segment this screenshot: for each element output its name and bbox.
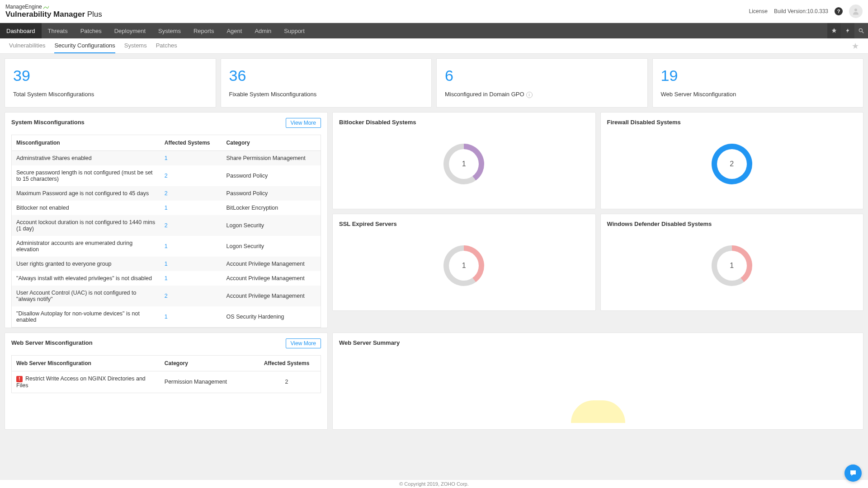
cell-category: OS Security Hardening bbox=[222, 306, 321, 328]
cell-misconfig: Account lockout duration is not configur… bbox=[12, 215, 160, 236]
svg-line-2 bbox=[862, 32, 864, 33]
view-more-button[interactable]: View More bbox=[286, 118, 321, 128]
affected-link[interactable]: 1 bbox=[165, 261, 168, 267]
subnav-patches[interactable]: Patches bbox=[156, 38, 177, 53]
subnav-security-configurations[interactable]: Security Configurations bbox=[54, 38, 115, 53]
cell-affected: 2 bbox=[160, 165, 222, 186]
col-affected: Affected Systems bbox=[160, 135, 222, 151]
favorite-star-icon[interactable]: ★ bbox=[852, 41, 859, 51]
affected-link[interactable]: 2 bbox=[165, 293, 168, 299]
stat-cards-row: 39Total System Misconfigurations36Fixabl… bbox=[5, 58, 863, 108]
donut-value: 1 bbox=[449, 251, 479, 281]
search-icon[interactable] bbox=[854, 23, 868, 38]
cell-affected: 2 bbox=[160, 286, 222, 306]
affected-link[interactable]: 1 bbox=[165, 314, 168, 320]
panel-title: Firewall Disabled Systems bbox=[607, 119, 857, 126]
affected-link[interactable]: 2 bbox=[165, 222, 168, 229]
subnav-systems[interactable]: Systems bbox=[124, 38, 147, 53]
sub-nav: VulnerabilitiesSecurity ConfigurationsSy… bbox=[0, 38, 868, 54]
subnav-vulnerabilities[interactable]: Vulnerabilities bbox=[9, 38, 45, 53]
nav-deployment[interactable]: Deployment bbox=[108, 23, 152, 38]
panel-title: SSL Expired Servers bbox=[339, 221, 589, 227]
stat-value: 39 bbox=[13, 67, 208, 84]
notifications-icon[interactable] bbox=[827, 23, 841, 38]
cell-misconfig: "Always install with elevated privileges… bbox=[12, 271, 160, 286]
topbar-right: License Build Version:10.0.333 ? bbox=[749, 5, 863, 18]
nav-support[interactable]: Support bbox=[278, 23, 311, 38]
table-row: "Disallow Autoplay for non-volume device… bbox=[12, 306, 321, 328]
build-version: Build Version:10.0.333 bbox=[774, 8, 828, 14]
system-misconfigurations-panel: System Misconfigurations View More Misco… bbox=[5, 112, 328, 328]
web-misconfig-panel: Web Server Misconfiguration View More We… bbox=[5, 333, 328, 430]
cell-misconfig: "Disallow Autoplay for non-volume device… bbox=[12, 306, 160, 328]
view-more-button[interactable]: View More bbox=[286, 338, 321, 348]
col-category: Category bbox=[160, 356, 253, 371]
nav-systems[interactable]: Systems bbox=[152, 23, 187, 38]
stat-value: 19 bbox=[661, 67, 855, 84]
panel-title: Web Server Misconfiguration bbox=[11, 339, 321, 346]
stat-card[interactable]: 39Total System Misconfigurations bbox=[5, 58, 216, 108]
nav-reports[interactable]: Reports bbox=[187, 23, 221, 38]
table-row: Secure password length is not configured… bbox=[12, 165, 321, 186]
svg-point-1 bbox=[859, 28, 862, 32]
alert-icon: ! bbox=[16, 376, 23, 382]
nav-agent[interactable]: Agent bbox=[220, 23, 248, 38]
table-row: !Restrict Write Access on NGINX Director… bbox=[12, 371, 321, 393]
summary-chart-placeholder bbox=[571, 400, 625, 423]
brand-name: ManageEngine bbox=[5, 4, 42, 10]
cell-affected: 2 bbox=[160, 186, 222, 201]
col-web-misconfig: Web Server Misconfiguration bbox=[12, 356, 160, 371]
help-icon[interactable]: ? bbox=[835, 7, 843, 15]
affected-link[interactable]: 1 bbox=[165, 155, 168, 161]
table-row: Administrator accounts are enumerated du… bbox=[12, 236, 321, 257]
cell-misconfig: Maximum Password age is not configured t… bbox=[12, 186, 160, 201]
product-logo: ManageEngine Vulnerability Manager Plus bbox=[5, 4, 102, 19]
affected-link[interactable]: 1 bbox=[165, 243, 168, 249]
col-affected: Affected Systems bbox=[253, 356, 321, 371]
nav-threats[interactable]: Threats bbox=[42, 23, 74, 38]
affected-link[interactable]: 2 bbox=[285, 379, 288, 385]
stat-card[interactable]: 6Misconfigured in Domain GPOi bbox=[436, 58, 648, 108]
stat-label: Fixable System Misconfigurations bbox=[229, 91, 424, 98]
nav-admin[interactable]: Admin bbox=[248, 23, 278, 38]
brand-swoosh-icon bbox=[43, 4, 49, 10]
web-summary-panel: Web Server Summary bbox=[332, 333, 863, 430]
cell-category: Account Privilege Management bbox=[222, 257, 321, 271]
stat-card[interactable]: 36Fixable System Misconfigurations bbox=[221, 58, 432, 108]
cell-category: Logon Security bbox=[222, 236, 321, 257]
panel-title: Windows Defender Disabled Systems bbox=[607, 221, 857, 227]
cell-affected: 1 bbox=[160, 201, 222, 215]
affected-link[interactable]: 1 bbox=[165, 205, 168, 211]
stat-label: Misconfigured in Domain GPOi bbox=[445, 91, 639, 98]
stat-value: 36 bbox=[229, 67, 424, 84]
cell-misconfig: Bitlocker not enabled bbox=[12, 201, 160, 215]
cell-affected: 1 bbox=[160, 271, 222, 286]
stat-label: Total System Misconfigurations bbox=[13, 91, 208, 98]
affected-link[interactable]: 2 bbox=[165, 173, 168, 179]
defender-donut: 1 bbox=[712, 245, 752, 286]
svg-point-0 bbox=[854, 9, 857, 11]
license-link[interactable]: License bbox=[749, 8, 768, 14]
donut-value: 2 bbox=[717, 149, 747, 179]
cell-web-misconfig: !Restrict Write Access on NGINX Director… bbox=[12, 371, 160, 393]
cell-category: Account Privilege Management bbox=[222, 286, 321, 306]
table-row: "Always install with elevated privileges… bbox=[12, 271, 321, 286]
cell-affected: 1 bbox=[160, 306, 222, 328]
cell-misconfig: Administrator accounts are enumerated du… bbox=[12, 236, 160, 257]
top-bar: ManageEngine Vulnerability Manager Plus … bbox=[0, 0, 868, 23]
cell-category: Share Permission Management bbox=[222, 151, 321, 166]
affected-link[interactable]: 1 bbox=[165, 275, 168, 282]
cell-category: BitLocker Encryption bbox=[222, 201, 321, 215]
quick-action-icon[interactable] bbox=[841, 23, 854, 38]
affected-link[interactable]: 2 bbox=[165, 190, 168, 197]
info-icon[interactable]: i bbox=[526, 92, 533, 98]
user-avatar[interactable] bbox=[849, 5, 863, 18]
nav-patches[interactable]: Patches bbox=[74, 23, 108, 38]
stat-value: 6 bbox=[445, 67, 639, 84]
table-row: User rights granted to everyone group1Ac… bbox=[12, 257, 321, 271]
stat-card[interactable]: 19Web Server Misconfiguration bbox=[652, 58, 864, 108]
nav-dashboard[interactable]: Dashboard bbox=[0, 23, 42, 38]
table-row: Adminstrative Shares enabled1Share Permi… bbox=[12, 151, 321, 166]
bitlocker-panel: Bitlocker Disabled Systems 1 bbox=[332, 112, 596, 209]
ssl-donut: 1 bbox=[443, 245, 484, 286]
